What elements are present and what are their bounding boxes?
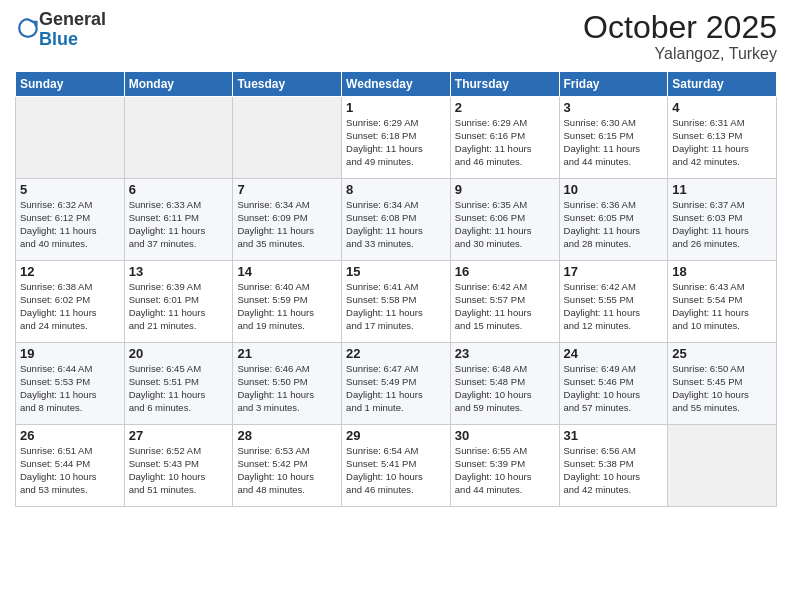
day-info: Sunrise: 6:38 AM Sunset: 6:02 PM Dayligh… <box>20 281 120 332</box>
day-number: 7 <box>237 182 337 197</box>
day-info: Sunrise: 6:50 AM Sunset: 5:45 PM Dayligh… <box>672 363 772 414</box>
day-number: 29 <box>346 428 446 443</box>
title-block: October 2025 Yalangoz, Turkey <box>583 10 777 63</box>
month-title: October 2025 <box>583 10 777 45</box>
day-info: Sunrise: 6:41 AM Sunset: 5:58 PM Dayligh… <box>346 281 446 332</box>
day-number: 19 <box>20 346 120 361</box>
day-info: Sunrise: 6:29 AM Sunset: 6:16 PM Dayligh… <box>455 117 555 168</box>
calendar-day-cell: 25Sunrise: 6:50 AM Sunset: 5:45 PM Dayli… <box>668 343 777 425</box>
day-number: 8 <box>346 182 446 197</box>
calendar-week-row: 26Sunrise: 6:51 AM Sunset: 5:44 PM Dayli… <box>16 425 777 507</box>
calendar-day-cell <box>233 97 342 179</box>
day-number: 27 <box>129 428 229 443</box>
day-number: 16 <box>455 264 555 279</box>
day-info: Sunrise: 6:49 AM Sunset: 5:46 PM Dayligh… <box>564 363 664 414</box>
calendar-day-cell: 4Sunrise: 6:31 AM Sunset: 6:13 PM Daylig… <box>668 97 777 179</box>
day-number: 11 <box>672 182 772 197</box>
calendar-day-cell: 1Sunrise: 6:29 AM Sunset: 6:18 PM Daylig… <box>342 97 451 179</box>
calendar-week-row: 5Sunrise: 6:32 AM Sunset: 6:12 PM Daylig… <box>16 179 777 261</box>
day-info: Sunrise: 6:39 AM Sunset: 6:01 PM Dayligh… <box>129 281 229 332</box>
day-info: Sunrise: 6:32 AM Sunset: 6:12 PM Dayligh… <box>20 199 120 250</box>
weekday-header-cell: Tuesday <box>233 72 342 97</box>
calendar-day-cell: 6Sunrise: 6:33 AM Sunset: 6:11 PM Daylig… <box>124 179 233 261</box>
day-info: Sunrise: 6:55 AM Sunset: 5:39 PM Dayligh… <box>455 445 555 496</box>
calendar-day-cell <box>16 97 125 179</box>
calendar-day-cell: 23Sunrise: 6:48 AM Sunset: 5:48 PM Dayli… <box>450 343 559 425</box>
calendar-day-cell: 9Sunrise: 6:35 AM Sunset: 6:06 PM Daylig… <box>450 179 559 261</box>
day-number: 3 <box>564 100 664 115</box>
calendar-day-cell: 18Sunrise: 6:43 AM Sunset: 5:54 PM Dayli… <box>668 261 777 343</box>
calendar-day-cell: 7Sunrise: 6:34 AM Sunset: 6:09 PM Daylig… <box>233 179 342 261</box>
calendar-day-cell: 21Sunrise: 6:46 AM Sunset: 5:50 PM Dayli… <box>233 343 342 425</box>
calendar-day-cell: 19Sunrise: 6:44 AM Sunset: 5:53 PM Dayli… <box>16 343 125 425</box>
day-info: Sunrise: 6:54 AM Sunset: 5:41 PM Dayligh… <box>346 445 446 496</box>
day-info: Sunrise: 6:30 AM Sunset: 6:15 PM Dayligh… <box>564 117 664 168</box>
day-number: 13 <box>129 264 229 279</box>
day-info: Sunrise: 6:34 AM Sunset: 6:08 PM Dayligh… <box>346 199 446 250</box>
day-info: Sunrise: 6:56 AM Sunset: 5:38 PM Dayligh… <box>564 445 664 496</box>
day-info: Sunrise: 6:43 AM Sunset: 5:54 PM Dayligh… <box>672 281 772 332</box>
weekday-header-cell: Sunday <box>16 72 125 97</box>
weekday-header-cell: Friday <box>559 72 668 97</box>
calendar-day-cell: 22Sunrise: 6:47 AM Sunset: 5:49 PM Dayli… <box>342 343 451 425</box>
logo-icon <box>17 17 39 39</box>
day-number: 30 <box>455 428 555 443</box>
day-number: 23 <box>455 346 555 361</box>
calendar-day-cell: 14Sunrise: 6:40 AM Sunset: 5:59 PM Dayli… <box>233 261 342 343</box>
weekday-header-cell: Thursday <box>450 72 559 97</box>
weekday-header-cell: Wednesday <box>342 72 451 97</box>
day-number: 26 <box>20 428 120 443</box>
day-info: Sunrise: 6:29 AM Sunset: 6:18 PM Dayligh… <box>346 117 446 168</box>
day-number: 6 <box>129 182 229 197</box>
calendar-day-cell: 16Sunrise: 6:42 AM Sunset: 5:57 PM Dayli… <box>450 261 559 343</box>
page: General Blue October 2025 Yalangoz, Turk… <box>0 0 792 612</box>
day-number: 5 <box>20 182 120 197</box>
calendar-day-cell: 11Sunrise: 6:37 AM Sunset: 6:03 PM Dayli… <box>668 179 777 261</box>
calendar-day-cell: 24Sunrise: 6:49 AM Sunset: 5:46 PM Dayli… <box>559 343 668 425</box>
calendar-day-cell: 26Sunrise: 6:51 AM Sunset: 5:44 PM Dayli… <box>16 425 125 507</box>
calendar-day-cell: 27Sunrise: 6:52 AM Sunset: 5:43 PM Dayli… <box>124 425 233 507</box>
day-number: 22 <box>346 346 446 361</box>
day-number: 17 <box>564 264 664 279</box>
calendar-day-cell: 8Sunrise: 6:34 AM Sunset: 6:08 PM Daylig… <box>342 179 451 261</box>
calendar-day-cell <box>668 425 777 507</box>
day-number: 1 <box>346 100 446 115</box>
calendar-day-cell: 12Sunrise: 6:38 AM Sunset: 6:02 PM Dayli… <box>16 261 125 343</box>
day-info: Sunrise: 6:47 AM Sunset: 5:49 PM Dayligh… <box>346 363 446 414</box>
calendar-day-cell: 2Sunrise: 6:29 AM Sunset: 6:16 PM Daylig… <box>450 97 559 179</box>
day-number: 28 <box>237 428 337 443</box>
day-number: 20 <box>129 346 229 361</box>
day-info: Sunrise: 6:36 AM Sunset: 6:05 PM Dayligh… <box>564 199 664 250</box>
day-number: 15 <box>346 264 446 279</box>
calendar-day-cell: 20Sunrise: 6:45 AM Sunset: 5:51 PM Dayli… <box>124 343 233 425</box>
day-info: Sunrise: 6:53 AM Sunset: 5:42 PM Dayligh… <box>237 445 337 496</box>
day-info: Sunrise: 6:51 AM Sunset: 5:44 PM Dayligh… <box>20 445 120 496</box>
day-info: Sunrise: 6:34 AM Sunset: 6:09 PM Dayligh… <box>237 199 337 250</box>
calendar-day-cell: 3Sunrise: 6:30 AM Sunset: 6:15 PM Daylig… <box>559 97 668 179</box>
calendar-body: 1Sunrise: 6:29 AM Sunset: 6:18 PM Daylig… <box>16 97 777 507</box>
day-info: Sunrise: 6:44 AM Sunset: 5:53 PM Dayligh… <box>20 363 120 414</box>
day-number: 21 <box>237 346 337 361</box>
day-info: Sunrise: 6:52 AM Sunset: 5:43 PM Dayligh… <box>129 445 229 496</box>
calendar-day-cell: 10Sunrise: 6:36 AM Sunset: 6:05 PM Dayli… <box>559 179 668 261</box>
calendar-week-row: 19Sunrise: 6:44 AM Sunset: 5:53 PM Dayli… <box>16 343 777 425</box>
day-number: 12 <box>20 264 120 279</box>
logo-general-text: General <box>39 9 106 29</box>
day-number: 4 <box>672 100 772 115</box>
day-info: Sunrise: 6:33 AM Sunset: 6:11 PM Dayligh… <box>129 199 229 250</box>
logo-blue-text: Blue <box>39 29 78 49</box>
day-info: Sunrise: 6:31 AM Sunset: 6:13 PM Dayligh… <box>672 117 772 168</box>
day-info: Sunrise: 6:35 AM Sunset: 6:06 PM Dayligh… <box>455 199 555 250</box>
calendar-day-cell: 17Sunrise: 6:42 AM Sunset: 5:55 PM Dayli… <box>559 261 668 343</box>
weekday-header-row: SundayMondayTuesdayWednesdayThursdayFrid… <box>16 72 777 97</box>
day-number: 25 <box>672 346 772 361</box>
calendar-week-row: 1Sunrise: 6:29 AM Sunset: 6:18 PM Daylig… <box>16 97 777 179</box>
day-info: Sunrise: 6:46 AM Sunset: 5:50 PM Dayligh… <box>237 363 337 414</box>
day-info: Sunrise: 6:42 AM Sunset: 5:55 PM Dayligh… <box>564 281 664 332</box>
weekday-header-cell: Monday <box>124 72 233 97</box>
calendar-day-cell: 31Sunrise: 6:56 AM Sunset: 5:38 PM Dayli… <box>559 425 668 507</box>
calendar-table: SundayMondayTuesdayWednesdayThursdayFrid… <box>15 71 777 507</box>
calendar-day-cell: 15Sunrise: 6:41 AM Sunset: 5:58 PM Dayli… <box>342 261 451 343</box>
calendar-day-cell <box>124 97 233 179</box>
day-info: Sunrise: 6:45 AM Sunset: 5:51 PM Dayligh… <box>129 363 229 414</box>
